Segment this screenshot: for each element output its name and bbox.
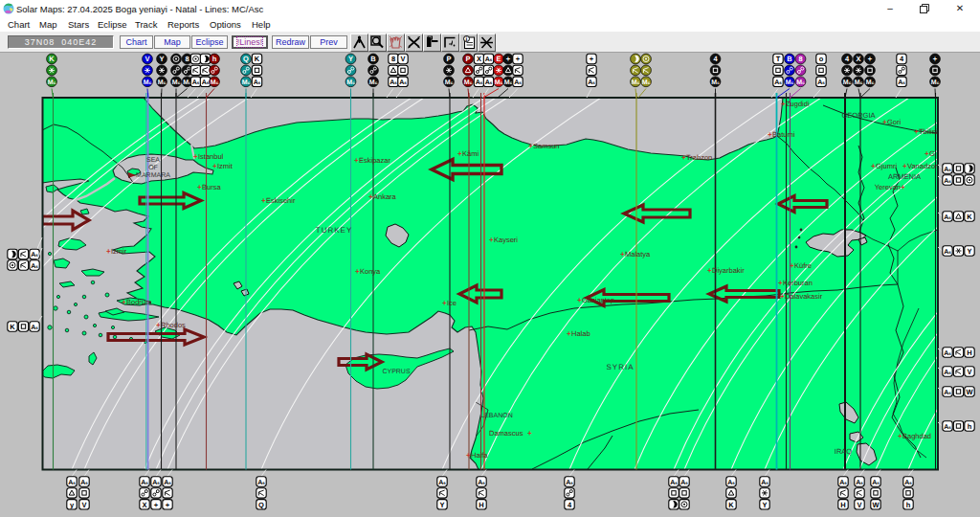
svg-text:Izmit: Izmit xyxy=(217,162,234,170)
svg-text:Mc: Mc xyxy=(843,79,852,86)
svg-text:As: As xyxy=(476,79,483,86)
svg-text:Izmir: Izmir xyxy=(111,247,127,256)
svg-text:Rhodos: Rhodos xyxy=(161,321,186,329)
svg-text:V: V xyxy=(400,55,405,63)
svg-text:As: As xyxy=(588,79,595,86)
svg-text:Mc: Mc xyxy=(495,79,503,86)
svg-text:Baghdad: Baghdad xyxy=(902,432,931,440)
svg-text:Mc: Mc xyxy=(796,79,805,86)
svg-text:GEORGIA: GEORGIA xyxy=(841,111,875,120)
svg-text:As: As xyxy=(485,79,493,86)
svg-text:Mc: Mc xyxy=(464,79,473,86)
svg-text:As: As xyxy=(898,79,905,86)
svg-text:CYPRUS: CYPRUS xyxy=(382,369,411,375)
svg-text:H: H xyxy=(840,501,845,509)
svg-text:As: As xyxy=(872,480,880,486)
svg-text:LEBANON: LEBANON xyxy=(480,413,512,419)
svg-text:Ice: Ice xyxy=(447,299,457,307)
svg-text:W: W xyxy=(872,501,880,509)
svg-text:As: As xyxy=(817,79,825,86)
svg-text:H: H xyxy=(967,348,971,357)
svg-text:E: E xyxy=(496,55,501,63)
svg-text:Mc: Mc xyxy=(346,79,355,86)
svg-text:X: X xyxy=(142,501,146,509)
svg-text:i: i xyxy=(466,36,468,43)
svg-text:As: As xyxy=(390,79,397,86)
svg-text:h: h xyxy=(906,501,911,509)
svg-text:Istanbul: Istanbul xyxy=(198,152,224,161)
svg-text:Mc: Mc xyxy=(855,79,863,86)
svg-text:8: 8 xyxy=(391,55,395,63)
svg-text:Tbilisi: Tbilisi xyxy=(919,127,938,136)
svg-text:As: As xyxy=(727,480,735,486)
svg-text:Gori: Gori xyxy=(887,118,902,126)
svg-text:As: As xyxy=(904,480,912,486)
svg-text:MARMARA: MARMARA xyxy=(136,172,170,179)
svg-text:As: As xyxy=(566,480,573,486)
svg-text:As: As xyxy=(399,79,407,86)
svg-text:Mc: Mc xyxy=(931,79,940,86)
svg-text:Haifa: Haifa xyxy=(471,451,488,460)
svg-text:X: X xyxy=(856,55,860,63)
svg-text:Mc: Mc xyxy=(144,79,152,86)
svg-text:Mc: Mc xyxy=(242,79,251,86)
svg-text:8: 8 xyxy=(798,55,802,63)
svg-text:+: + xyxy=(506,55,511,63)
svg-text:+: + xyxy=(901,183,905,191)
svg-text:As: As xyxy=(670,480,678,486)
svg-text:OF: OF xyxy=(148,165,158,171)
svg-text:As: As xyxy=(31,263,38,270)
svg-text:V: V xyxy=(857,501,861,509)
svg-text:As: As xyxy=(944,167,951,173)
svg-text:As: As xyxy=(944,249,951,256)
svg-text:Mc: Mc xyxy=(211,79,219,86)
svg-text:h: h xyxy=(968,422,972,431)
svg-text:Mc: Mc xyxy=(642,79,651,86)
svg-text:Vanadzor: Vanadzor xyxy=(907,162,938,170)
svg-text:Mc: Mc xyxy=(504,79,513,86)
svg-text:Samsun: Samsun xyxy=(533,142,560,150)
svg-text:As: As xyxy=(68,480,76,486)
svg-text:Malatya: Malatya xyxy=(625,250,651,258)
svg-text:Gjumri: Gjumri xyxy=(876,162,897,170)
svg-text:Mc: Mc xyxy=(866,79,875,86)
svg-text:Mc: Mc xyxy=(158,79,167,86)
svg-text:As: As xyxy=(761,480,768,486)
svg-text:Konya: Konya xyxy=(360,267,381,276)
svg-text:Q: Q xyxy=(258,501,264,509)
svg-text:8: 8 xyxy=(185,55,189,63)
svg-text:P: P xyxy=(446,55,451,63)
svg-text:Mc: Mc xyxy=(711,79,720,86)
svg-text:As: As xyxy=(31,252,38,258)
svg-text:+: + xyxy=(527,429,532,438)
svg-text:As: As xyxy=(152,480,160,486)
svg-text:As: As xyxy=(202,79,210,86)
svg-text:Dalavakasir: Dalavakasir xyxy=(785,292,823,301)
svg-text:As: As xyxy=(680,480,688,486)
svg-text:As: As xyxy=(944,390,951,396)
svg-text:Q: Q xyxy=(243,55,249,63)
svg-text:As: As xyxy=(944,214,951,221)
svg-text:As: As xyxy=(839,480,847,486)
svg-text:B: B xyxy=(787,55,792,63)
svg-text:SYRIA: SYRIA xyxy=(606,363,634,371)
svg-text:As: As xyxy=(254,79,261,86)
svg-text:o: o xyxy=(819,55,824,63)
svg-text:As: As xyxy=(164,480,171,486)
svg-text:Mc: Mc xyxy=(172,79,181,86)
svg-text:Bursa: Bursa xyxy=(202,183,221,191)
svg-text:K: K xyxy=(49,55,55,63)
svg-text:As: As xyxy=(856,480,863,486)
svg-text:Kâmi: Kâmi xyxy=(462,149,479,158)
svg-text:As: As xyxy=(31,325,38,331)
svg-text:Kerburan: Kerburan xyxy=(783,279,813,287)
svg-text:+: + xyxy=(516,55,521,63)
svg-text:As: As xyxy=(944,370,951,376)
svg-text:As: As xyxy=(80,480,88,486)
svg-text:K: K xyxy=(967,213,972,221)
svg-text:Halab: Halab xyxy=(571,329,590,338)
svg-text:As: As xyxy=(257,480,265,486)
svg-text:V: V xyxy=(145,55,149,63)
svg-text:+: + xyxy=(154,501,159,509)
svg-text:As: As xyxy=(141,480,148,486)
